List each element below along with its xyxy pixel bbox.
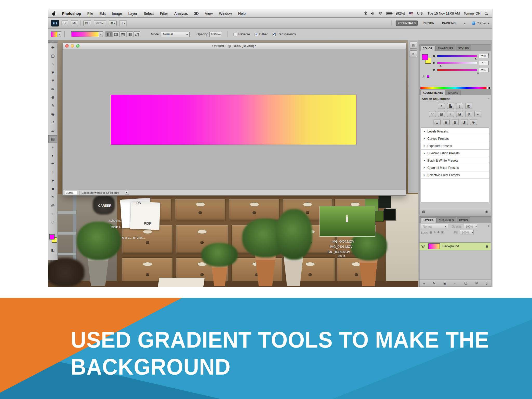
layers-tab-channels[interactable]: CHANNELS (436, 217, 456, 223)
checkbox-reverse-box[interactable] (234, 33, 237, 36)
web-color-icon[interactable] (427, 75, 429, 78)
menu-select[interactable]: Select (144, 11, 154, 16)
shape-tool[interactable]: ■ (48, 185, 57, 193)
blur-tool[interactable]: ◗ (48, 143, 57, 151)
lock-pixels-icon[interactable]: ✎ (434, 231, 436, 234)
volume-icon[interactable] (371, 12, 374, 15)
link-layers-icon[interactable]: ∞ (423, 281, 425, 285)
apple-menu-icon[interactable] (52, 11, 56, 16)
layer-fill-field[interactable]: 100%▾ (460, 230, 474, 235)
path-selection-tool[interactable]: ➤ (48, 176, 57, 185)
gamut-warning-icon[interactable]: ⚠ (422, 75, 425, 78)
menubar-user[interactable]: Tommy OH (464, 11, 481, 15)
brightness-contrast-adjustment-icon[interactable]: ☀ (438, 103, 445, 109)
channel-R-value[interactable]: 239 (479, 54, 489, 58)
threshold-adjustment-icon[interactable]: ▩ (452, 119, 459, 125)
screen-mode-button[interactable]: ⊡ ▾ (119, 20, 127, 26)
quick-selection-tool[interactable]: ✱ (48, 68, 57, 77)
preset-black-white-presets[interactable]: ▶Black & White Presets (421, 157, 489, 164)
menu-3d[interactable]: 3D (194, 11, 199, 16)
color-tab-swatches[interactable]: SWATCHES (435, 45, 455, 51)
menu-filter[interactable]: Filter (160, 11, 168, 16)
lock-all-icon[interactable]: ▣ (441, 231, 443, 234)
reflected-gradient-button[interactable] (127, 31, 133, 37)
linear-gradient-button[interactable] (105, 31, 112, 37)
levels-adjustment-icon[interactable]: ▙ (447, 103, 454, 109)
workspace-more-button[interactable]: » (462, 21, 468, 26)
menubar-clock[interactable]: Tue 15 Nov 11:08 AM (428, 11, 460, 15)
bridge-button[interactable]: Br (62, 20, 68, 26)
desktop-file-img-0399-mov[interactable]: IMG_0399.MOV (328, 250, 350, 254)
workspace-painting[interactable]: PAINTING (440, 21, 458, 26)
adjustments-panel-menu-icon[interactable]: ≡ (488, 97, 489, 100)
menu-view[interactable]: View (205, 11, 213, 16)
blend-mode-select[interactable]: Normal▾ (421, 224, 448, 229)
checkbox-dither[interactable]: Dither (255, 32, 268, 36)
layer-thumbnail[interactable] (428, 243, 440, 249)
pen-tool[interactable]: ✒ (48, 160, 57, 168)
status-options-icon[interactable]: ▶ (125, 191, 129, 195)
adjustments-tab-adjustments[interactable]: ADJUSTMENTS (420, 90, 445, 95)
adjustment-layer-icon[interactable]: ◐ (454, 281, 456, 285)
color-panel-menu-icon[interactable]: ≡ (488, 52, 489, 55)
new-layer-icon[interactable]: ⊞ (475, 281, 478, 285)
input-language-flag-icon[interactable] (409, 12, 413, 15)
preset-hue-saturation-presets[interactable]: ▶Hue/Saturation Presets (421, 150, 489, 157)
input-language[interactable]: U.S. (417, 11, 423, 15)
angle-gradient-button[interactable] (119, 31, 126, 37)
hand-tool[interactable]: ☜ (48, 210, 57, 218)
type-tool[interactable]: T (48, 168, 57, 176)
document-zoom-field[interactable]: 100% (65, 191, 77, 195)
layer-row-background[interactable]: Background (420, 243, 491, 250)
eyedropper-tool[interactable]: ✑ (48, 85, 57, 93)
preset-exposure-presets[interactable]: ▶Exposure Presets (421, 142, 489, 150)
lasso-tool[interactable]: ○ (48, 60, 57, 68)
adjustments-visibility-icon[interactable]: ◉ (485, 210, 488, 214)
menu-edit[interactable]: Edit (99, 11, 106, 16)
cs-live-button[interactable]: CS Live ▾ (472, 21, 489, 25)
posterize-adjustment-icon[interactable]: ▦ (443, 119, 450, 125)
3d-orbit-tool[interactable]: ◎ (48, 201, 57, 210)
preset-curves-presets[interactable]: ▶Curves Presets (421, 135, 489, 142)
toolbar-collapse-icon[interactable]: ▸▸ (48, 41, 57, 43)
brush-tool[interactable]: ✎ (48, 102, 57, 110)
gradient-map-adjustment-icon[interactable]: ◨ (461, 119, 468, 125)
layer-group-icon[interactable]: ▢ (464, 281, 467, 285)
marquee-tool[interactable]: ▢ (48, 52, 57, 60)
dodge-tool[interactable]: ◐ (48, 151, 57, 160)
wifi-icon[interactable] (378, 12, 382, 15)
preset-channel-mixer-presets[interactable]: ▶Channel Mixer Presets (421, 164, 489, 171)
view-extras-button[interactable]: ▤ ▾ (83, 20, 91, 26)
layer-visibility-icon[interactable] (420, 243, 426, 250)
layer-name[interactable]: Background (442, 244, 459, 248)
gradient-tool[interactable]: ▧ (48, 135, 57, 143)
layers-tab-layers[interactable]: LAYERS (420, 217, 436, 223)
checkbox-reverse[interactable]: Reverse (234, 32, 250, 36)
menu-window[interactable]: Window (219, 11, 232, 16)
mini-bridge-button[interactable]: Mb (71, 20, 78, 26)
lock-position-icon[interactable]: ✚ (437, 231, 440, 234)
menu-layer[interactable]: Layer (128, 11, 137, 16)
desktop-label-career[interactable]: CAREER (98, 204, 111, 208)
mode-select[interactable]: Normal▴▾ (161, 32, 190, 37)
vibrance-adjustment-icon[interactable]: ▽ (429, 111, 436, 117)
color-balance-adjustment-icon[interactable]: ◑ (447, 111, 454, 117)
bluetooth-icon[interactable] (364, 11, 367, 15)
diamond-gradient-button[interactable] (134, 31, 140, 37)
color-tab-styles[interactable]: STYLES (456, 45, 471, 51)
lock-transparent-icon[interactable]: ▦ (429, 231, 432, 234)
desktop-label-line3[interactable]: Year 11...nit 2 pie... (121, 236, 146, 239)
channel-B-slider[interactable] (437, 69, 477, 71)
preset-selective-color-presets[interactable]: ▶Selective Color Presets (421, 171, 489, 179)
layer-mask-icon[interactable]: ▣ (443, 281, 446, 285)
curves-adjustment-icon[interactable]: ∫ (456, 103, 463, 109)
workspace-design[interactable]: DESIGN (421, 21, 436, 26)
history-brush-tool[interactable]: ↺ (48, 118, 57, 127)
channel-G-value[interactable]: 13 (479, 61, 489, 65)
toolbar-foreground-color[interactable] (49, 234, 55, 240)
eraser-tool[interactable]: ▱ (48, 127, 57, 135)
channel-mixer-adjustment-icon[interactable]: ◒ (474, 111, 481, 117)
preset-levels-presets[interactable]: ▶Levels Presets (421, 128, 489, 135)
channel-B-value[interactable]: 255 (479, 68, 489, 72)
workspace-essentials[interactable]: ESSENTIALS (396, 21, 418, 26)
